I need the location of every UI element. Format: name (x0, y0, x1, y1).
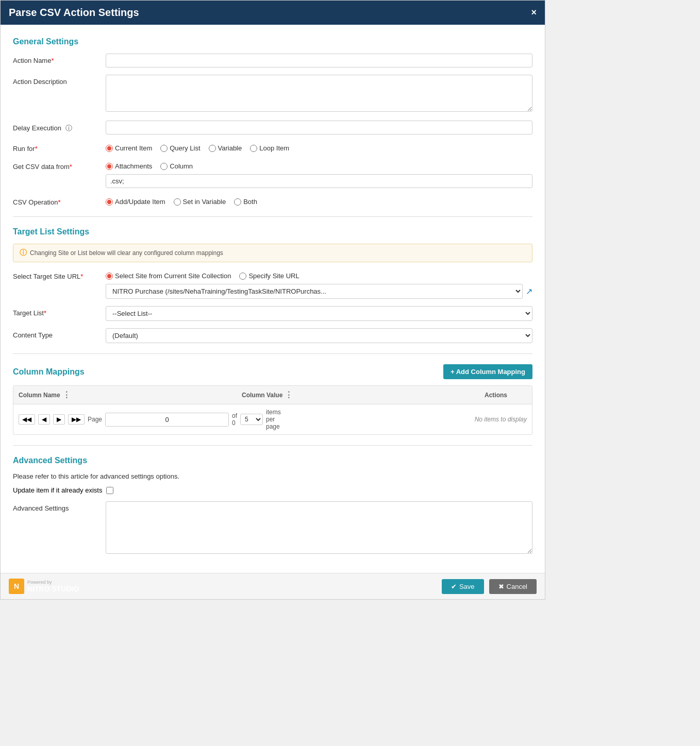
advanced-info-text: Please refer to this article for advance… (13, 472, 532, 480)
target-list-label: Target List* (13, 306, 106, 317)
col-name-menu-icon[interactable]: ⋮ (62, 390, 71, 400)
action-name-input[interactable] (106, 54, 532, 67)
csv-from-attachments[interactable]: Attachments (106, 162, 152, 170)
action-name-row: Action Name* (13, 54, 532, 67)
run-for-variable[interactable]: Variable (209, 144, 242, 152)
target-list-title: Target List Settings (13, 227, 532, 236)
run-for-loop-item[interactable]: Loop Item (250, 144, 289, 152)
get-csv-radio-group: Attachments Column (106, 160, 532, 170)
advanced-settings-title: Advanced Settings (13, 456, 532, 465)
col-value-menu-icon[interactable]: ⋮ (285, 390, 293, 400)
nitro-logo-icon: N (9, 579, 24, 594)
studio-label: NITRO STUDIO (27, 585, 79, 593)
csv-from-column[interactable]: Column (160, 162, 193, 170)
run-for-current-item[interactable]: Current Item (106, 144, 152, 152)
get-csv-row: Get CSV data from* Attachments Column (13, 160, 532, 188)
column-mappings-header: Column Mappings + Add Column Mapping (13, 364, 532, 379)
action-name-label: Action Name* (13, 54, 106, 64)
info-icon: ⓘ (20, 248, 27, 258)
save-button[interactable]: ✔ Save (442, 579, 484, 594)
nitro-logo: N Powered by NITRO STUDIO (9, 579, 437, 594)
dialog-header: Parse CSV Action Settings × (1, 1, 545, 25)
target-site-radio-group: Select Site from Current Site Collection… (106, 269, 532, 280)
no-items-text: No items to display (475, 416, 527, 423)
csv-operation-radio-group: Add/Update Item Set in Variable Both (106, 195, 532, 206)
advanced-settings-row: Advanced Settings (13, 501, 532, 555)
site-url-row: NITRO Purchase (/sites/NehaTraining/Test… (106, 284, 532, 299)
content-type-label: Content Type (13, 328, 106, 339)
site-current-collection[interactable]: Select Site from Current Site Collection (106, 272, 231, 280)
divider-3 (13, 445, 532, 446)
info-banner: ⓘ Changing Site or List below will clear… (13, 244, 532, 262)
powered-by-text: Powered by (27, 580, 79, 585)
csv-operation-row: CSV Operation* Add/Update Item Set in Va… (13, 195, 532, 206)
checkmark-icon: ✔ (451, 583, 457, 590)
action-description-input[interactable] (106, 75, 532, 112)
table-header: Column Name ⋮ Column Value ⋮ Actions (13, 386, 532, 404)
x-icon: ✖ (498, 583, 504, 590)
csv-operation-label: CSV Operation* (13, 195, 106, 206)
update-item-row: Update item if it already exists (13, 486, 532, 494)
dialog-container: Parse CSV Action Settings × General Sett… (0, 0, 545, 600)
csv-op-both[interactable]: Both (234, 198, 257, 206)
delay-execution-row: Delay Execution ⓘ (13, 121, 532, 134)
get-csv-label: Get CSV data from* (13, 160, 106, 171)
dialog-body: General Settings Action Name* Action Des… (1, 25, 545, 573)
content-type-select[interactable]: (Default) (106, 328, 532, 343)
add-column-mapping-button[interactable]: + Add Column Mapping (443, 364, 532, 379)
col-value-header: Column Value ⋮ (242, 390, 465, 400)
update-item-checkbox[interactable] (106, 487, 113, 494)
csv-op-add-update[interactable]: Add/Update Item (106, 198, 165, 206)
info-icon: ⓘ (65, 124, 72, 132)
csv-filter-input[interactable] (106, 174, 532, 188)
target-site-label: Select Target Site URL* (13, 269, 106, 280)
col-actions-header: Actions (465, 390, 527, 400)
target-list-row: Target List* --Select List-- (13, 306, 532, 321)
divider-2 (13, 353, 532, 354)
delay-execution-input[interactable] (106, 121, 532, 134)
pagination-left: ◀◀ ◀ ▶ ▶▶ Page of 0 5 10 25 items per pa… (19, 409, 284, 430)
general-settings-title: General Settings (13, 37, 532, 46)
page-next-button[interactable]: ▶ (53, 414, 65, 425)
external-link-icon[interactable]: ↗ (526, 286, 532, 296)
csv-op-set-variable[interactable]: Set in Variable (174, 198, 226, 206)
delay-execution-label: Delay Execution ⓘ (13, 121, 106, 133)
page-last-button[interactable]: ▶▶ (68, 414, 85, 425)
run-for-query-list[interactable]: Query List (160, 144, 200, 152)
close-button[interactable]: × (531, 7, 537, 18)
dialog-footer: N Powered by NITRO STUDIO ✔ Save ✖ Cance… (1, 573, 545, 599)
page-first-button[interactable]: ◀◀ (19, 414, 35, 425)
run-for-radio-group: Current Item Query List Variable Lo (106, 142, 532, 152)
target-list-select[interactable]: --Select List-- (106, 306, 532, 321)
column-mappings-section: Column Mappings + Add Column Mapping Col… (13, 364, 532, 435)
advanced-settings-section: Advanced Settings Please refer to this a… (13, 456, 532, 555)
table-pagination: ◀◀ ◀ ▶ ▶▶ Page of 0 5 10 25 items per pa… (13, 404, 532, 434)
run-for-row: Run for* Current Item Query List (13, 142, 532, 152)
page-prev-button[interactable]: ◀ (38, 414, 50, 425)
run-for-label: Run for* (13, 142, 106, 152)
site-specify-url[interactable]: Specify Site URL (239, 272, 299, 280)
advanced-settings-label: Advanced Settings (13, 501, 106, 512)
target-site-row: Select Target Site URL* Select Site from… (13, 269, 532, 299)
column-mappings-title: Column Mappings (13, 367, 85, 377)
general-settings-section: General Settings Action Name* Action Des… (13, 37, 532, 206)
action-description-label: Action Description (13, 75, 106, 86)
per-page-select[interactable]: 5 10 25 (240, 414, 263, 425)
divider-1 (13, 216, 532, 217)
col-name-header: Column Name ⋮ (19, 390, 242, 400)
advanced-settings-textarea[interactable] (106, 501, 532, 554)
action-description-row: Action Description (13, 75, 532, 113)
dialog-title: Parse CSV Action Settings (9, 7, 139, 19)
site-url-select[interactable]: NITRO Purchase (/sites/NehaTraining/Test… (106, 284, 523, 299)
page-number-input[interactable] (105, 413, 229, 427)
content-type-row: Content Type (Default) (13, 328, 532, 343)
column-mappings-table: Column Name ⋮ Column Value ⋮ Actions ◀◀ (13, 385, 532, 435)
cancel-button[interactable]: ✖ Cancel (489, 579, 537, 594)
target-list-section: Target List Settings ⓘ Changing Site or … (13, 227, 532, 343)
